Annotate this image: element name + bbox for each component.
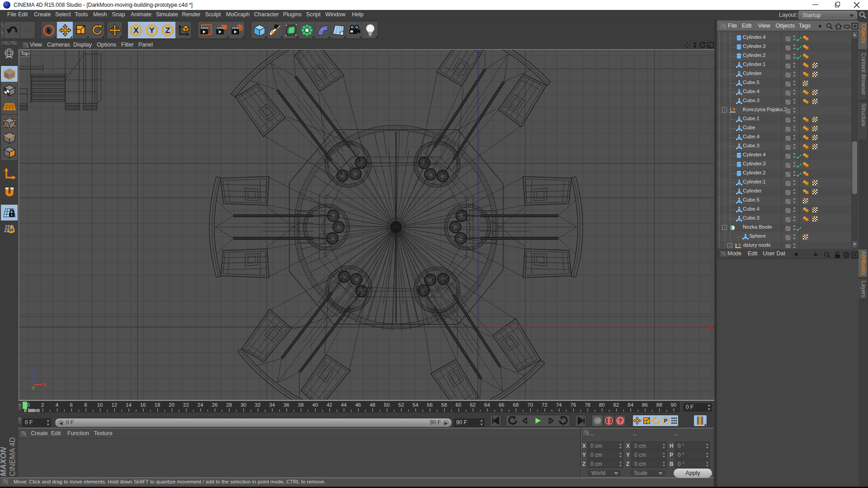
svg-text:X: X [43, 382, 47, 388]
svg-text:P: P [664, 418, 668, 423]
svg-text:Y: Y [149, 26, 155, 34]
svg-text:Z: Z [165, 26, 170, 34]
svg-text:Z: Z [32, 370, 35, 376]
svg-text:X: X [133, 26, 139, 34]
svg-text:Y: Y [32, 385, 35, 392]
svg-text:0: 0 [733, 107, 735, 112]
svg-text:?: ? [618, 418, 622, 424]
svg-text:0: 0 [738, 243, 741, 247]
